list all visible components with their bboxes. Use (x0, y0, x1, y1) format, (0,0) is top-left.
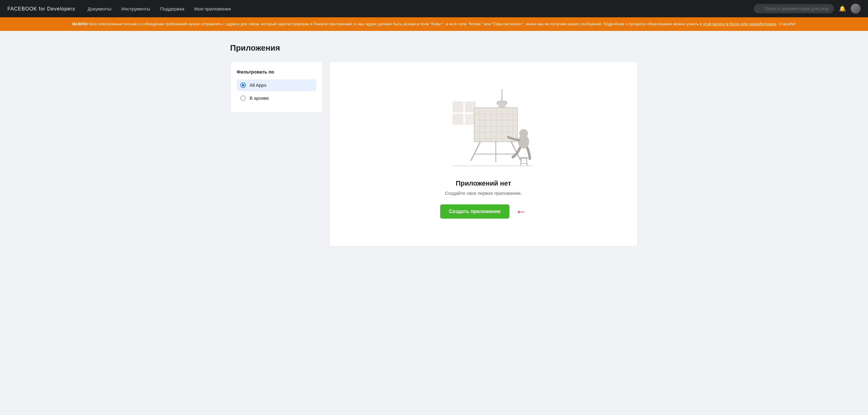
empty-title: Приложений нет (456, 180, 511, 187)
brand-logo: FACEBOOK for Developers (7, 5, 75, 12)
warning-banner: ВАЖНО! Все электронные письма о соблюден… (0, 17, 868, 31)
arrow-icon: ← (516, 205, 527, 218)
create-app-button[interactable]: Создать приложение (440, 204, 509, 219)
nav-my-apps[interactable]: Мои приложения (194, 6, 231, 11)
arrow-indicator: ← (516, 205, 527, 218)
brand-sub: for Developers (37, 6, 75, 11)
main-content: Приложения Фильтровать по All Apps В арх… (218, 31, 650, 259)
navbar-right: 🔍 🔔 (754, 4, 861, 13)
page-title: Приложения (230, 43, 638, 53)
apps-panel: Приложений нет Создайте свое первое прил… (329, 61, 638, 247)
svg-point-24 (519, 129, 528, 138)
nav-tools[interactable]: Инструменты (121, 6, 150, 11)
filter-title: Фильтровать по (237, 69, 316, 74)
content-layout: Фильтровать по All Apps В архиве (230, 61, 638, 247)
filter-all-apps-label: All Apps (250, 83, 266, 88)
navbar: FACEBOOK for Developers Документы Инстру… (0, 0, 868, 17)
create-btn-wrapper: Создать приложение ← (440, 204, 526, 219)
filter-archived-label: В архиве (250, 95, 269, 101)
radio-archived (240, 95, 246, 101)
svg-line-27 (526, 159, 527, 166)
empty-illustration (434, 89, 533, 169)
nav-support[interactable]: Поддержка (160, 6, 184, 11)
warning-prefix: ВАЖНО! (72, 22, 89, 26)
filter-archived[interactable]: В архиве (237, 92, 316, 104)
radio-all-apps (240, 83, 246, 88)
svg-rect-2 (453, 114, 463, 125)
search-input[interactable] (754, 4, 834, 13)
warning-link[interactable]: этой записи в блоге для разработчиков (703, 22, 777, 26)
avatar[interactable] (851, 4, 861, 13)
navbar-links: Документы Инструменты Поддержка Мои прил… (88, 6, 754, 11)
warning-text: Все электронные письма о соблюдении треб… (89, 22, 703, 26)
nav-docs[interactable]: Документы (88, 6, 112, 11)
search-wrapper: 🔍 (754, 4, 834, 13)
bell-icon[interactable]: 🔔 (839, 5, 846, 12)
svg-rect-25 (520, 157, 528, 159)
filter-all-apps[interactable]: All Apps (237, 79, 316, 91)
svg-rect-0 (453, 102, 463, 113)
warning-suffix: . Спасибо! (776, 22, 796, 26)
brand-name: FACEBOOK (7, 6, 37, 11)
svg-line-19 (471, 142, 480, 160)
filter-panel: Фильтровать по All Apps В архиве (230, 61, 323, 113)
svg-rect-6 (474, 108, 518, 142)
empty-subtitle: Создайте свое первое приложение. (445, 191, 522, 196)
